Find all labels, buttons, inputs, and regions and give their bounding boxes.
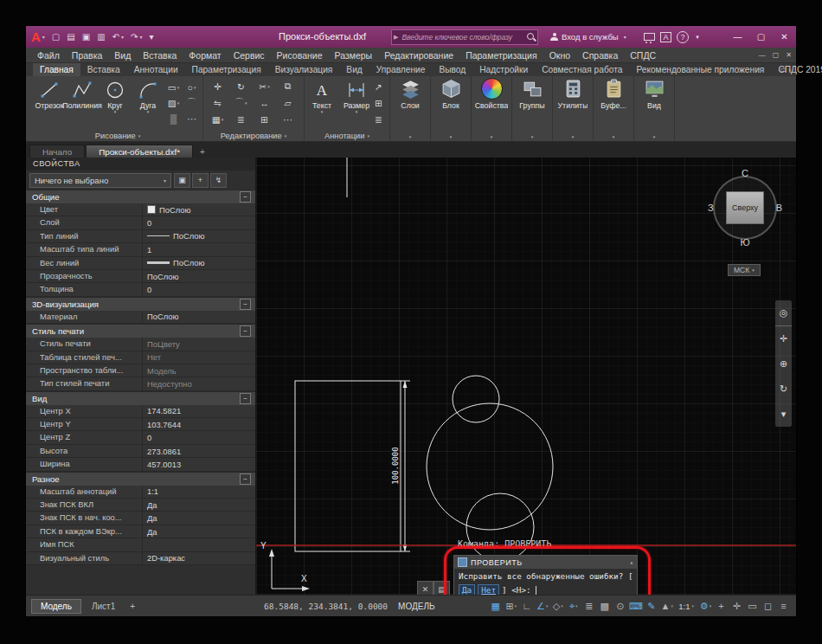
isodraft-icon[interactable]: ◇▾: [550, 598, 565, 614]
collapse-icon[interactable]: −: [240, 393, 251, 404]
property-row[interactable]: Центр Y103.7644: [26, 418, 255, 431]
property-row[interactable]: Высота273.0861: [26, 445, 255, 458]
transparency-icon[interactable]: ▩: [597, 598, 612, 614]
ribbon-tab[interactable]: Вывод: [432, 63, 472, 76]
nav-wheel-icon[interactable]: ◎: [775, 300, 792, 326]
property-row[interactable]: Масштаб типа линий1: [26, 243, 255, 256]
menu-item[interactable]: Формат: [183, 50, 227, 61]
property-row[interactable]: Толщина0: [26, 283, 255, 296]
menu-item[interactable]: СПДС: [624, 50, 662, 61]
ellipse-icon[interactable]: ○▾: [183, 80, 201, 95]
property-row[interactable]: Знак ПСК в нач. коо...Да: [26, 512, 255, 525]
ribbon-tab[interactable]: Совместная работа: [535, 63, 629, 76]
property-row[interactable]: МатериалПоСлою: [26, 311, 255, 324]
search-icon[interactable]: [525, 31, 537, 43]
viewcube-north[interactable]: С: [742, 168, 748, 178]
grid-icon[interactable]: ▦: [488, 598, 503, 614]
drawing-area[interactable]: 100.0000 Y X С Ю З В Сверху: [256, 158, 796, 595]
ribbon-panel-button[interactable]: Группы▾: [512, 76, 553, 141]
nav-zoom-icon[interactable]: ⊕: [775, 351, 792, 377]
property-row[interactable]: Пространство табли...Модель: [26, 364, 255, 377]
selection-dropdown[interactable]: Ничего не выбрано ▾: [29, 173, 171, 188]
lineweight-icon[interactable]: ≣: [581, 598, 596, 614]
panel-expand-button[interactable]: ▾: [431, 132, 471, 141]
open-file-icon[interactable]: ▤: [64, 32, 77, 42]
ribbon-tab[interactable]: Главная: [33, 63, 80, 76]
more-edit-icon[interactable]: ⋯: [276, 111, 299, 127]
nav-pan-icon[interactable]: ✛: [775, 326, 792, 351]
ribbon-tab[interactable]: Параметризация: [185, 63, 268, 76]
app-exchange-icon[interactable]: A: [659, 26, 672, 48]
ribbon-button[interactable]: Размер▾: [339, 78, 374, 130]
minimize-button[interactable]: —: [726, 26, 749, 48]
property-row[interactable]: ПрозрачностьПоСлою: [26, 270, 255, 283]
wcs-button[interactable]: МСК ▾: [728, 264, 761, 276]
view-cube[interactable]: С Ю З В Сверху: [709, 171, 781, 244]
panel-expand-button[interactable]: ▾: [472, 132, 511, 141]
doc-close-button[interactable]: ✕: [786, 51, 792, 59]
ribbon-tab[interactable]: Надстройки: [472, 63, 535, 76]
fillet-icon[interactable]: ⌒▾: [229, 94, 253, 111]
panel-expand-button[interactable]: ▾: [634, 132, 674, 141]
viewcube-east[interactable]: В: [776, 203, 782, 213]
store-icon[interactable]: [642, 26, 656, 48]
property-row[interactable]: Масштаб аннотаций1:1: [26, 486, 255, 499]
ribbon-tab[interactable]: Аннотации: [127, 63, 185, 76]
dynamic-input-icon[interactable]: ⌨: [628, 598, 643, 614]
ribbon-panel-button[interactable]: Свойства▾: [472, 76, 512, 141]
plot-icon[interactable]: ▥: [94, 32, 107, 42]
collapse-icon[interactable]: −: [240, 299, 251, 310]
help-icon[interactable]: ?: [676, 26, 690, 48]
polar-icon[interactable]: ∠▾: [535, 598, 549, 614]
doc-restore-button[interactable]: ▢: [773, 51, 780, 59]
rotate-icon[interactable]: ↻: [229, 78, 253, 94]
quick-select-icon[interactable]: ↯: [210, 173, 227, 188]
menu-item[interactable]: Окно: [543, 50, 576, 61]
ribbon-tab[interactable]: Управление: [369, 63, 433, 76]
ribbon-button[interactable]: Дуга▾: [132, 78, 164, 130]
viewcube-south[interactable]: Ю: [740, 237, 749, 248]
ribbon-tab[interactable]: Визуализация: [268, 63, 340, 76]
ribbon-panel-button[interactable]: Блок▾: [431, 76, 472, 141]
commandline-customize-button[interactable]: ▤: [433, 581, 450, 595]
collapse-icon[interactable]: −: [240, 473, 251, 485]
viewcube-west[interactable]: З: [708, 203, 714, 213]
section-header[interactable]: Стиль печати−: [26, 324, 255, 338]
ribbon-button[interactable]: Отрезок: [33, 78, 66, 130]
panel-expand-button[interactable]: ▾: [390, 132, 430, 141]
menu-item[interactable]: Редактирование: [378, 50, 459, 61]
offset-icon[interactable]: ≣: [229, 111, 253, 127]
menu-item[interactable]: Вставка: [137, 50, 183, 61]
app-logo-button[interactable]: A ▾: [29, 30, 49, 43]
undo-icon[interactable]: ↶▾: [110, 32, 126, 42]
copy-icon[interactable]: ⧉: [276, 78, 299, 94]
ribbon-tab[interactable]: Вставка: [80, 63, 127, 76]
ribbon-panel-button[interactable]: Утилиты▾: [553, 76, 594, 141]
ribbon-collapse-button[interactable]: ▭ ▾: [780, 66, 791, 74]
stretch-icon[interactable]: ↔: [253, 94, 276, 111]
pickadd-toggle-icon[interactable]: ▣: [174, 173, 190, 188]
property-row[interactable]: Визуальный стиль2D-каркас: [26, 552, 255, 565]
menu-item[interactable]: Рисование: [271, 50, 329, 61]
quick-properties-icon[interactable]: ▭: [745, 598, 760, 614]
property-row[interactable]: Вес линийПоСлою: [26, 257, 255, 270]
ribbon-button[interactable]: Круг▾: [99, 78, 132, 130]
array-icon[interactable]: ▦▾: [206, 111, 229, 127]
search-input[interactable]: [400, 32, 525, 42]
panel-footer[interactable]: Редактирование▾: [203, 130, 304, 141]
layout-tab[interactable]: Модель: [31, 599, 81, 614]
ribbon-panel-button[interactable]: Слои▾: [390, 76, 431, 141]
ribbon-tab[interactable]: СПДС 2019: [771, 63, 822, 76]
property-row[interactable]: Центр Z0: [26, 431, 255, 444]
menu-item[interactable]: Правка: [66, 50, 108, 61]
osnap-icon[interactable]: ⌖▾: [566, 598, 581, 614]
nav-orbit-icon[interactable]: ↻: [775, 377, 792, 402]
collapse-icon[interactable]: −: [240, 191, 251, 203]
commandline-close-button[interactable]: ✕: [417, 581, 433, 595]
section-header[interactable]: Вид−: [26, 391, 255, 405]
expand-icon[interactable]: ▴: [630, 559, 633, 566]
property-row[interactable]: Центр X174.5821: [26, 405, 255, 418]
redo-icon[interactable]: ↷▾: [128, 32, 144, 42]
scale-control[interactable]: 1:1▾: [675, 602, 697, 611]
property-row[interactable]: Таблица стилей печ...Нет: [26, 351, 255, 364]
